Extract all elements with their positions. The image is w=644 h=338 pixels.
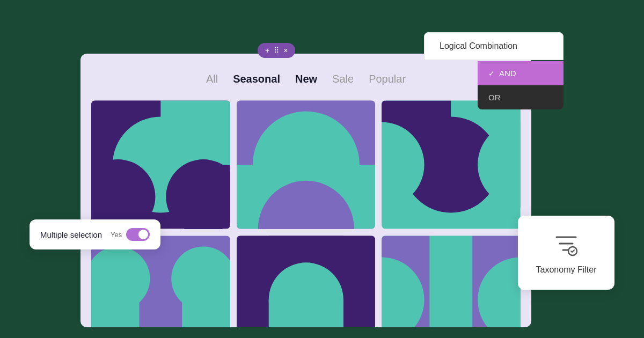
- tab-sale[interactable]: Sale: [332, 73, 354, 85]
- grid-cell-3: [382, 100, 521, 229]
- combo-option-or[interactable]: OR: [478, 85, 564, 109]
- multi-select-label: Multiple selection: [40, 230, 102, 239]
- grid-cell-6: [382, 236, 521, 327]
- background: + ⠿ × All Seasonal New Sale Popular: [0, 0, 644, 338]
- filter-tabs: All Seasonal New Sale Popular: [80, 54, 531, 100]
- image-grid: [80, 100, 531, 327]
- combo-option-and[interactable]: ✓ AND: [478, 61, 564, 85]
- toggle-container[interactable]: Yes: [111, 228, 150, 241]
- grid-cell-5: [237, 236, 376, 327]
- toolbar-strip[interactable]: + ⠿ ×: [258, 43, 295, 58]
- grid-cell-1: [91, 100, 230, 229]
- tab-all[interactable]: All: [206, 73, 218, 85]
- grid-icon[interactable]: ⠿: [274, 46, 279, 55]
- add-icon[interactable]: +: [265, 46, 269, 55]
- check-icon: ✓: [488, 69, 495, 78]
- and-label: AND: [499, 69, 516, 78]
- logical-combination-container: Logical Combination ✓ AND OR: [424, 32, 564, 60]
- main-card: All Seasonal New Sale Popular: [80, 54, 531, 327]
- toggle-knob: [138, 230, 148, 239]
- tab-new[interactable]: New: [295, 73, 317, 85]
- taxonomy-filter-label: Taxonomy Filter: [536, 265, 597, 275]
- toggle-label: Yes: [111, 231, 122, 239]
- taxonomy-filter-card[interactable]: Taxonomy Filter: [518, 216, 614, 290]
- close-icon[interactable]: ×: [283, 46, 288, 55]
- or-label: OR: [488, 93, 501, 102]
- multi-select-popup: Multiple selection Yes: [30, 219, 160, 249]
- logical-combination-dropdown: ✓ AND OR: [478, 61, 564, 109]
- grid-cell-2: [237, 100, 376, 229]
- tab-popular[interactable]: Popular: [369, 73, 406, 85]
- tab-seasonal[interactable]: Seasonal: [233, 73, 280, 85]
- filter-icon: [552, 231, 580, 259]
- logical-combination-header: Logical Combination: [424, 32, 564, 60]
- toggle-switch[interactable]: [126, 228, 150, 241]
- svg-rect-32: [430, 236, 473, 327]
